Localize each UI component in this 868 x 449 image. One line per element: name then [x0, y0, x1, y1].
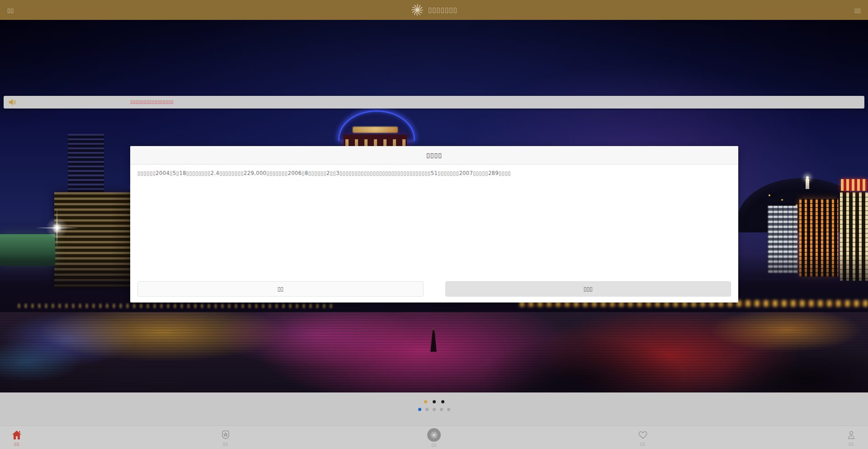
tab-home-label: ▯▯: [14, 442, 19, 446]
carousel-dot[interactable]: [440, 408, 443, 411]
slide-dots: [418, 408, 450, 411]
carousel-dot[interactable]: [447, 408, 450, 411]
carousel-dot[interactable]: [433, 408, 436, 411]
tab-favorites-label: ▯▯: [640, 442, 646, 446]
profile-icon: [845, 429, 857, 441]
carousel-dot[interactable]: [433, 400, 436, 403]
carousel-dot[interactable]: [424, 400, 427, 403]
home-icon: [11, 429, 23, 441]
header-title-group: ▯▯▯▯▯▯▯: [410, 0, 458, 20]
dialog-header: ▯▯▯▯: [130, 146, 738, 165]
carousel-band: [0, 392, 868, 425]
tab-profile-label: ▯▯: [849, 442, 854, 446]
tab-brand-label: ▯▯: [431, 443, 437, 447]
red-rooftop-sign: [841, 179, 867, 191]
tab-profile[interactable]: ▯▯: [841, 429, 862, 446]
app-header: ▯▯ ▯▯▯▯▯▯▯ ▯▯: [0, 0, 868, 20]
dialog-body-text: ▯▯▯▯▯▯2004▯5▯18▯▯▯▯▯▯▯▯2.4▯▯▯▯▯▯▯▯229,00…: [130, 165, 738, 177]
tab-badge-label: ▯▯: [223, 442, 228, 446]
tab-favorites[interactable]: ▯▯: [632, 429, 653, 446]
heart-icon: [637, 429, 649, 441]
tab-brand[interactable]: ▯▯: [424, 428, 444, 447]
announcement-dialog: ▯▯▯▯ ▯▯▯▯▯▯2004▯5▯18▯▯▯▯▯▯▯▯2.4▯▯▯▯▯▯▯▯2…: [130, 146, 738, 302]
notice-marquee-bar[interactable]: ▯▯▯▯▯▯▯▯▯▯▯▯▯▯▯▯: [4, 96, 864, 109]
badge-star-icon: [220, 429, 231, 441]
tab-home[interactable]: ▯▯: [6, 429, 27, 446]
background-tower: [68, 134, 104, 193]
street-light-flare: [43, 214, 71, 241]
confirm-button[interactable]: ▯▯: [137, 281, 424, 297]
dialog-footer: ▯▯ ▯▯▯: [137, 281, 731, 297]
dialog-title: ▯▯▯▯: [426, 151, 442, 159]
hill-lights: [769, 194, 770, 196]
carousel-dot[interactable]: [418, 408, 421, 411]
bottom-tab-bar: ▯▯ ▯▯: [0, 425, 868, 449]
water-reflections: [0, 312, 868, 392]
starburst-logo-icon: [410, 3, 424, 17]
lighthouse: [806, 179, 809, 189]
header-right-link[interactable]: ▯▯: [854, 7, 861, 14]
tab-badge[interactable]: ▯▯: [215, 429, 236, 446]
speaker-icon: [8, 99, 17, 106]
waterfront-lights-left: [18, 304, 335, 308]
carousel-dot[interactable]: [441, 400, 444, 403]
brand-circle-icon: [427, 428, 441, 442]
app-title: ▯▯▯▯▯▯▯: [428, 6, 458, 14]
carousel-dot[interactable]: [425, 408, 429, 411]
header-left-link[interactable]: ▯▯: [7, 7, 14, 14]
notice-marquee-text: ▯▯▯▯▯▯▯▯▯▯▯▯▯▯▯▯: [130, 96, 174, 109]
dismiss-button[interactable]: ▯▯▯: [445, 281, 731, 297]
pager-dots: [424, 400, 444, 403]
gold-casino-sign: [353, 127, 398, 133]
